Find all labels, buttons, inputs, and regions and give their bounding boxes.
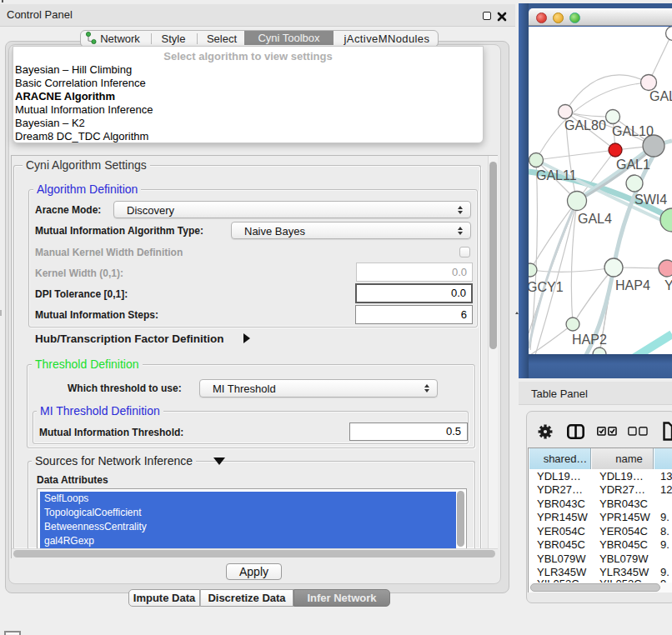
svg-text:GAL4: GAL4 [578, 212, 612, 226]
svg-text:GAL11: GAL11 [536, 168, 577, 182]
svg-text:HAP4: HAP4 [615, 278, 650, 292]
svg-text:GAL1: GAL1 [616, 158, 650, 172]
svg-text:Y: Y [664, 278, 672, 292]
svg-text:HAP2: HAP2 [572, 332, 607, 347]
svg-text:GAL80: GAL80 [564, 118, 606, 132]
svg-text:GCY1: GCY1 [529, 280, 564, 294]
svg-text:SWI4: SWI4 [634, 192, 667, 207]
svg-text:GAL: GAL [649, 89, 672, 103]
svg-text:GAL10: GAL10 [612, 124, 654, 138]
